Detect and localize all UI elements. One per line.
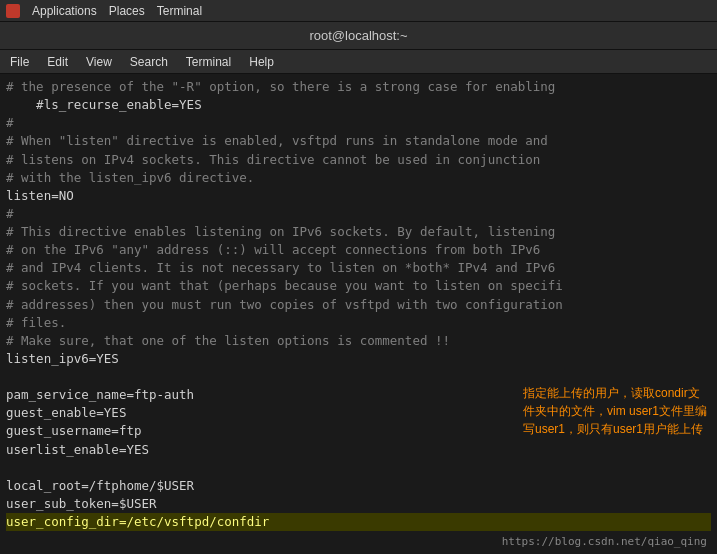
menu-bar: File Edit View Search Terminal Help: [0, 50, 717, 74]
line-2: #ls_recurse_enable=YES: [6, 96, 711, 114]
line-19: guest_enable=YES: [6, 404, 711, 422]
line-4: # When "listen" directive is enabled, vs…: [6, 132, 711, 150]
menu-terminal[interactable]: Terminal: [182, 53, 235, 71]
menu-help[interactable]: Help: [245, 53, 278, 71]
menu-search[interactable]: Search: [126, 53, 172, 71]
line-7: listen=NO: [6, 187, 711, 205]
menu-view[interactable]: View: [82, 53, 116, 71]
app-icon: [6, 4, 20, 18]
line-1: # the presence of the "-R" option, so th…: [6, 78, 711, 96]
line-21: userlist_enable=YES: [6, 441, 711, 459]
topbar-terminal[interactable]: Terminal: [157, 4, 202, 18]
line-13: # addresses) then you must run two copie…: [6, 296, 711, 314]
line-23: local_root=/ftphome/$USER: [6, 477, 711, 495]
line-22: [6, 459, 711, 477]
line-20: guest_username=ftp: [6, 422, 711, 440]
line-12: # sockets. If you want that (perhaps bec…: [6, 277, 711, 295]
url-line: https://blog.csdn.net/qiao_qing: [502, 534, 707, 550]
line-15: # Make sure, that one of the listen opti…: [6, 332, 711, 350]
line-16: listen_ipv6=YES: [6, 350, 711, 368]
line-8: #: [6, 205, 711, 223]
line-3: #: [6, 114, 711, 132]
line-17: [6, 368, 711, 386]
title-bar: root@localhost:~: [0, 22, 717, 50]
terminal-body[interactable]: # the presence of the "-R" option, so th…: [0, 74, 717, 554]
highlighted-line: user_config_dir=/etc/vsftpd/confdir: [6, 513, 711, 531]
top-menubar: Applications Places Terminal: [0, 0, 717, 22]
window-title: root@localhost:~: [309, 28, 407, 43]
topbar-places[interactable]: Places: [109, 4, 145, 18]
line-6: # with the listen_ipv6 directive.: [6, 169, 711, 187]
line-5: # listens on IPv4 sockets. This directiv…: [6, 151, 711, 169]
line-18: pam_service_name=ftp-auth: [6, 386, 711, 404]
line-14: # files.: [6, 314, 711, 332]
line-11: # and IPv4 clients. It is not necessary …: [6, 259, 711, 277]
line-9: # This directive enables listening on IP…: [6, 223, 711, 241]
menu-file[interactable]: File: [6, 53, 33, 71]
topbar-applications[interactable]: Applications: [32, 4, 97, 18]
menu-edit[interactable]: Edit: [43, 53, 72, 71]
line-24: user_sub_token=$USER: [6, 495, 711, 513]
line-10: # on the IPv6 "any" address (::) will ac…: [6, 241, 711, 259]
